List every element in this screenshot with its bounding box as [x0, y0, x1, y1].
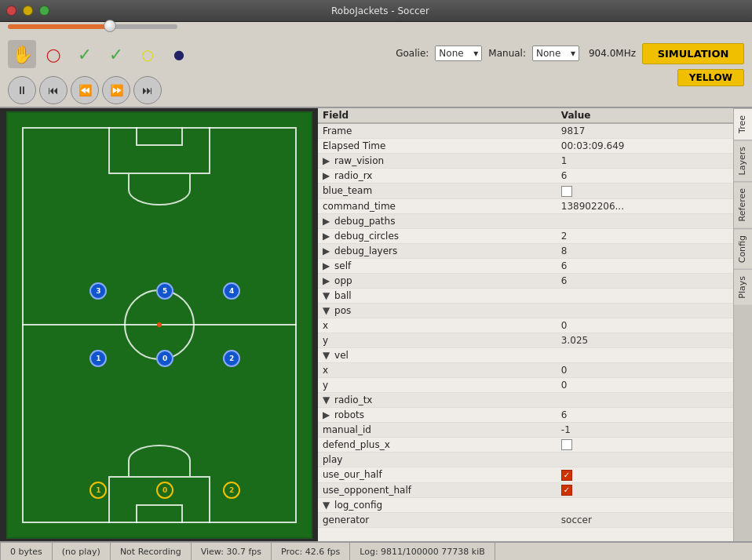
- defend-plus-x-checkbox[interactable]: [561, 439, 572, 450]
- left-controls: ✋ ○ ✓ ✓ ○ ● ⏸ ⏮ ⏪ ⏩ ⏭: [8, 24, 193, 104]
- tab-layers[interactable]: Layers: [734, 140, 752, 181]
- hand-tool[interactable]: ✋: [8, 40, 36, 68]
- table-row: manual_id -1: [318, 422, 733, 437]
- close-button[interactable]: [6, 5, 16, 16]
- slider-thumb[interactable]: [104, 20, 116, 32]
- forward-end-button[interactable]: ⏭: [133, 76, 162, 104]
- check1-tool[interactable]: ✓: [71, 40, 99, 68]
- robot-blue-4[interactable]: 4: [223, 282, 240, 300]
- expand-icon[interactable]: ▶: [323, 216, 330, 227]
- table-row: command_time 138902206...: [318, 198, 733, 213]
- tab-config[interactable]: Config: [734, 228, 752, 269]
- timeline-slider-area: [8, 24, 177, 37]
- right-panel: Field Value Frame 9817 Elapsed Time 00:0…: [318, 108, 752, 541]
- goal-box-top: [136, 127, 183, 146]
- manual-combo[interactable]: None: [532, 45, 579, 61]
- expand-icon[interactable]: ▶: [323, 260, 330, 271]
- tab-tree[interactable]: Tree: [734, 108, 752, 140]
- table-row: play: [318, 453, 733, 467]
- tools-row: ✋ ○ ✓ ✓ ○ ●: [8, 40, 193, 68]
- robot-yellow-2[interactable]: 2: [223, 482, 240, 499]
- expand-icon[interactable]: ▶: [323, 231, 330, 242]
- table-row: use_opponent_half: [318, 482, 733, 498]
- table-row: defend_plus_x: [318, 437, 733, 453]
- table-row: generator soccer: [318, 513, 733, 528]
- side-tabs: Tree Layers Referee Config Plays: [733, 108, 752, 541]
- robot-blue-5[interactable]: 5: [156, 282, 173, 300]
- expand-icon[interactable]: ▼: [323, 305, 330, 316]
- soccer-field[interactable]: 3 5 4 1 0 2 1 0 2 3 5 4: [6, 111, 312, 539]
- log-status: Log: 9811/100000 77738 kiB: [350, 543, 495, 560]
- fast-forward-button[interactable]: ⏩: [102, 76, 130, 104]
- tab-referee[interactable]: Referee: [734, 181, 752, 227]
- table-row[interactable]: ▶ raw_vision 1: [318, 154, 733, 169]
- table-row[interactable]: ▶ robots 6: [318, 407, 733, 422]
- table-row[interactable]: ▼ vel: [318, 347, 733, 362]
- table-row[interactable]: ▶ self 6: [318, 258, 733, 273]
- goalie-combo[interactable]: None: [435, 45, 482, 61]
- robot-blue-1[interactable]: 1: [89, 350, 107, 367]
- robot-blue-0[interactable]: 0: [156, 350, 173, 367]
- titlebar: RoboJackets - Soccer: [0, 0, 752, 22]
- check2-tool[interactable]: ✓: [102, 40, 130, 68]
- data-tree[interactable]: Field Value Frame 9817 Elapsed Time 00:0…: [318, 108, 733, 541]
- use-our-half-checkbox[interactable]: [561, 470, 572, 481]
- frequency-label: 904.0MHz: [589, 48, 636, 59]
- expand-icon[interactable]: ▶: [323, 409, 330, 420]
- robot-yellow-0[interactable]: 0: [156, 482, 173, 499]
- ball: [157, 322, 162, 327]
- robot-blue-3[interactable]: 3: [89, 282, 107, 300]
- rewind-start-button[interactable]: ⏮: [39, 76, 68, 104]
- table-row[interactable]: ▶ debug_layers 8: [318, 243, 733, 258]
- view-fps-status: View: 30.7 fps: [192, 543, 272, 560]
- circle-small-tool[interactable]: ○: [133, 40, 162, 68]
- value-header: Value: [557, 108, 733, 123]
- expand-icon[interactable]: ▶: [323, 275, 330, 286]
- table-row[interactable]: ▶ debug_circles 2: [318, 228, 733, 243]
- table-row: Elapsed Time 00:03:09.649: [318, 139, 733, 154]
- top-arc: [128, 174, 191, 205]
- expand-icon[interactable]: ▼: [323, 395, 330, 405]
- minimize-button[interactable]: [23, 5, 33, 16]
- table-row: use_our_half: [318, 467, 733, 483]
- tab-plays[interactable]: Plays: [734, 269, 752, 305]
- goalie-label: Goalie:: [396, 48, 429, 59]
- field-header: Field: [318, 108, 557, 123]
- table-row[interactable]: ▼ radio_tx: [318, 392, 733, 407]
- bottom-arc: [128, 445, 191, 476]
- toolbar-right: Goalie: None Manual: None 904.0MHz SIMUL…: [396, 43, 744, 86]
- table-row[interactable]: ▼ log_config: [318, 498, 733, 513]
- table-row[interactable]: ▼ ball: [318, 288, 733, 303]
- main-area: 3 5 4 1 0 2 1 0 2 3 5 4 Field Value: [0, 108, 752, 541]
- timeline-slider-track[interactable]: [8, 24, 177, 29]
- blue-team-checkbox[interactable]: [561, 186, 572, 197]
- table-row[interactable]: ▶ opp 6: [318, 273, 733, 288]
- expand-icon[interactable]: ▶: [323, 155, 330, 166]
- expand-icon[interactable]: ▼: [323, 500, 330, 511]
- slider-fill: [8, 24, 110, 29]
- yellow-button[interactable]: YELLOW: [677, 69, 744, 86]
- table-row[interactable]: ▶ radio_rx 6: [318, 169, 733, 184]
- table-row: x 0: [318, 362, 733, 377]
- circle-tool[interactable]: ○: [39, 40, 68, 68]
- transport-controls: ⏸ ⏮ ⏪ ⏩ ⏭: [8, 76, 193, 104]
- robot-blue-2[interactable]: 2: [223, 350, 240, 367]
- table-row: Frame 9817: [318, 123, 733, 139]
- dot-tool[interactable]: ●: [165, 40, 193, 68]
- table-row: x 0: [318, 318, 733, 333]
- pause-button[interactable]: ⏸: [8, 76, 36, 104]
- simulation-button[interactable]: SIMULATION: [642, 43, 744, 64]
- field-container: 3 5 4 1 0 2 1 0 2 3 5 4: [0, 108, 318, 541]
- use-opponent-half-checkbox[interactable]: [561, 485, 572, 496]
- expand-icon[interactable]: ▼: [323, 350, 330, 361]
- maximize-button[interactable]: [39, 5, 49, 16]
- table-row[interactable]: ▶ debug_paths: [318, 213, 733, 228]
- rewind-button[interactable]: ⏪: [71, 76, 99, 104]
- expand-icon[interactable]: ▼: [323, 290, 330, 301]
- expand-icon[interactable]: ▶: [323, 245, 330, 256]
- robot-yellow-1[interactable]: 1: [89, 482, 107, 499]
- expand-icon[interactable]: ▶: [323, 170, 330, 181]
- window-title: RoboJackets - Soccer: [62, 5, 699, 16]
- table-row: y 0: [318, 377, 733, 392]
- table-row[interactable]: ▼ pos: [318, 303, 733, 318]
